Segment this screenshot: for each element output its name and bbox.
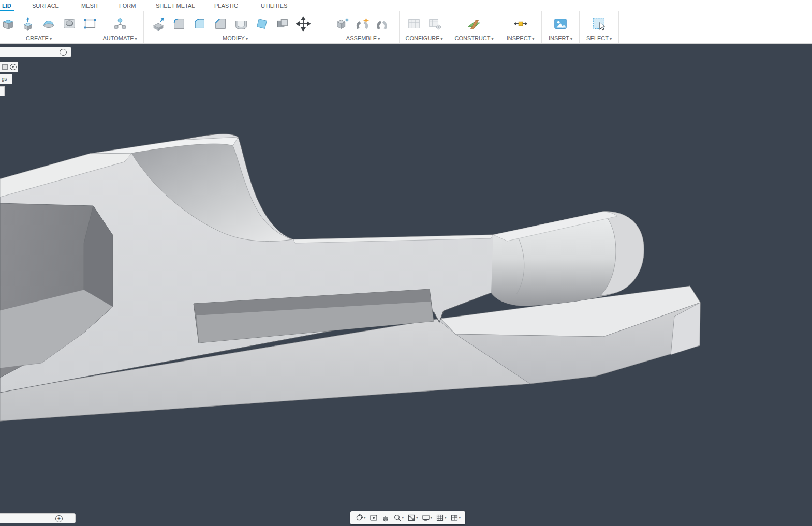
chevron-down-icon: ▾ [50,37,52,41]
chevron-down-icon: ▾ [532,37,534,41]
look-at-button[interactable] [368,512,379,523]
pan-button[interactable] [380,512,391,523]
configure-dropdown[interactable]: CONFIGURE▾ [400,35,449,41]
chevron-down-icon: ▾ [135,37,137,41]
zoom-icon [393,514,402,522]
fit-icon [407,514,416,522]
browser-collapse-button[interactable]: − [60,49,67,56]
orbit-icon [355,514,363,522]
tab-mesh[interactable]: MESH [81,0,98,11]
new-body-button[interactable] [0,16,16,32]
zoom-button[interactable]: ▾ [392,512,406,523]
display-settings-icon [422,514,430,522]
chevron-down-icon: ▾ [492,37,494,41]
shell-button[interactable] [233,16,249,32]
toolbar-group-configure: CONFIGURE▾ [400,11,449,43]
construction-plane-button[interactable] [466,16,482,32]
chevron-down-icon: ▾ [364,516,366,520]
fillet-button[interactable] [191,16,208,32]
tab-solid-label: LID [2,3,11,9]
construct-dropdown[interactable]: CONSTRUCT▾ [449,35,499,41]
toolbar-group-construct: CONSTRUCT▾ [449,11,499,43]
toolbar-group-select: SELECT▾ [580,11,619,43]
tab-form[interactable]: FORM [119,0,136,11]
configure-settings-button[interactable] [426,16,443,32]
chamfer-button[interactable] [212,16,229,32]
timeline-expand-button[interactable]: + [55,515,63,522]
create-label: CREATE [26,35,49,41]
chevron-down-icon: ▾ [402,516,404,520]
insert-dropdown[interactable]: INSERT▾ [542,35,579,41]
look-at-icon [370,514,378,522]
browser-item-icons[interactable] [0,62,18,72]
select-button[interactable] [591,16,608,32]
viewports-icon [450,514,459,522]
navigation-bar: ▾ ▾ ▾ ▾ [350,511,465,524]
new-body-icon [0,16,15,32]
new-component-button[interactable] [334,16,351,32]
create-dropdown[interactable]: CREATE▾ [0,35,78,41]
new-component-icon [335,16,350,32]
assemble-label: ASSEMBLE [346,35,377,41]
press-pull-icon [151,16,166,32]
modify-label: MODIFY [223,35,245,41]
chevron-down-icon: ▾ [445,516,447,520]
viewport-canvas[interactable] [0,44,812,526]
hole-button[interactable] [61,16,78,32]
browser-item-label-fragment[interactable]: gs [0,74,12,84]
draft-button[interactable] [254,16,270,32]
toolbar-group-automate: AUTOMATE▾ [96,11,144,43]
press-pull-button[interactable] [150,16,167,32]
display-settings-button[interactable]: ▾ [420,512,434,523]
fit-button[interactable]: ▾ [406,512,420,523]
inspect-dropdown[interactable]: INSPECT▾ [499,35,541,41]
fillet-gray-icon [171,16,187,32]
fillet-rule-button[interactable] [171,16,187,32]
app-window: { "tab_bar": { "active_tab_label": "LID"… [0,0,812,526]
box-icon [2,64,8,70]
model-3d[interactable] [0,134,700,421]
measure-button[interactable] [512,16,529,32]
select-dropdown[interactable]: SELECT▾ [580,35,618,41]
grid-display-icon [436,514,444,522]
tab-plastic[interactable]: PLASTIC [214,0,238,11]
tab-utilities[interactable]: UTILITIES [261,0,287,11]
select-icon [592,16,607,32]
target-icon [10,64,17,70]
viewports-button[interactable]: ▾ [449,512,463,523]
modify-dropdown[interactable]: MODIFY▾ [144,35,327,41]
draft-icon [254,16,270,32]
shell-icon [233,16,249,32]
revolve-button[interactable] [40,16,57,32]
extrude-button[interactable] [20,16,36,32]
configure-settings-icon [427,16,442,32]
combine-icon [275,16,290,32]
select-label: SELECT [586,35,609,41]
browser-header-bar[interactable]: − [0,47,71,57]
automate-dropdown[interactable]: AUTOMATE▾ [96,35,143,41]
insert-image-button[interactable] [552,16,569,32]
as-built-joint-button[interactable] [374,16,390,32]
combine-button[interactable] [274,16,291,32]
toolbar-group-inspect: INSPECT▾ [499,11,542,43]
automate-icon [112,16,128,32]
as-built-joint-icon [374,16,390,32]
tab-solid-active[interactable]: LID [2,0,11,11]
grid-display-button[interactable]: ▾ [434,512,448,523]
automate-button[interactable] [112,16,128,32]
tab-surface[interactable]: SURFACE [32,0,59,11]
tab-sheet-metal[interactable]: SHEET METAL [156,0,195,11]
configuration-table-button[interactable] [406,16,422,32]
chevron-down-icon: ▾ [440,37,442,41]
extrude-icon [20,16,36,32]
ribbon-toolbar: CREATE▾ AUTOMATE▾ [0,11,812,44]
toolbar-group-insert: INSERT▾ [542,11,580,43]
assemble-dropdown[interactable]: ASSEMBLE▾ [327,35,399,41]
move-copy-button[interactable] [295,16,312,32]
ribbon-tab-bar: LID SURFACE MESH FORM SHEET METAL PLASTI… [0,0,812,11]
timeline-bar[interactable]: + [0,513,76,523]
fillet-icon [192,16,208,32]
joint-button[interactable] [354,16,371,32]
measure-icon [513,16,528,32]
orbit-button[interactable]: ▾ [353,512,367,523]
